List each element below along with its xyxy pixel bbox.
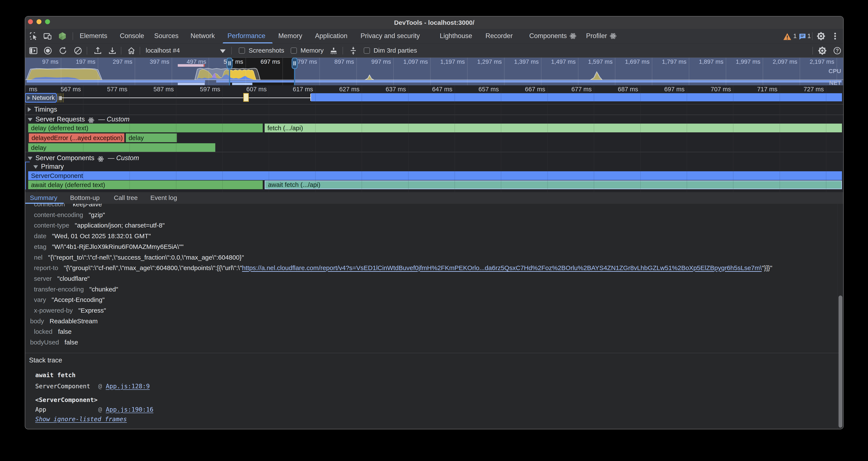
tab-memory[interactable]: Memory (278, 29, 302, 44)
tab-profiler[interactable]: Profiler (586, 29, 617, 44)
record-icon[interactable] (43, 47, 52, 55)
reload-and-record-icon[interactable] (59, 47, 67, 55)
stack-frame-row: <ServerComponent> (35, 396, 98, 404)
property-value: "{\"report_to\":\"cf-nel\",\"success_fra… (48, 254, 244, 261)
property-key: body (30, 318, 44, 324)
tab-performance[interactable]: Performance (227, 29, 265, 44)
tab-sources[interactable]: Sources (154, 29, 179, 44)
tab-console[interactable]: Console (120, 29, 144, 44)
memory-label[interactable]: Memory (301, 44, 323, 57)
tab-components[interactable]: Components (529, 29, 577, 44)
track-server-requests-header[interactable]: Server Requests — Custom (28, 115, 129, 123)
property-value: "Express" (79, 307, 106, 314)
home-icon[interactable] (127, 47, 135, 55)
summary-property-row: connection"keep-alive" (34, 204, 104, 208)
tab-recorder[interactable]: Recorder (486, 29, 513, 44)
load-profile-icon[interactable] (94, 47, 102, 55)
flame-event-bar[interactable]: await delay (deferred text) (28, 180, 263, 189)
flame-event-bar[interactable]: fetch (.../api) (265, 123, 842, 132)
flame-event-bar[interactable]: delayedError (...ayed exception) (29, 134, 125, 142)
network-request-bar[interactable] (311, 93, 842, 102)
tab-elements[interactable]: Elements (80, 29, 107, 44)
stack-frame-at: @ (98, 406, 102, 413)
dim-3rd-parties-label[interactable]: Dim 3rd parties (374, 44, 417, 57)
time-gridline-overlay (733, 85, 734, 192)
clear-icon[interactable] (74, 47, 82, 55)
memory-checkbox[interactable] (291, 48, 297, 54)
more-options-kebab-icon[interactable] (831, 32, 839, 40)
property-value: "application/json; charset=utf-8" (75, 222, 165, 229)
nodejs-icon[interactable] (58, 32, 67, 40)
inspect-element-icon[interactable] (29, 32, 38, 40)
settings-gear-icon[interactable] (817, 32, 825, 40)
tab-privacy-and-security[interactable]: Privacy and security (361, 29, 420, 44)
group-primary-header[interactable]: Primary (33, 163, 64, 171)
property-value-suffix: "}]}" (762, 264, 772, 271)
stack-frame-source-link[interactable]: App.js:128:9 (106, 383, 150, 390)
track-origin-note: — Custom (108, 154, 139, 162)
show-ignore-listed-frames-link[interactable]: Show ignore-listed frames (35, 416, 127, 423)
flame-event-bar[interactable]: delay (126, 134, 177, 142)
summary-property-row: date"Wed, 01 Oct 2025 18:32:01 GMT" (34, 232, 151, 240)
stack-frame-source-link[interactable]: App.js:190:16 (106, 406, 153, 413)
react-devtools-icon (610, 32, 617, 39)
property-key: locked (34, 328, 53, 335)
save-profile-icon[interactable] (108, 47, 117, 55)
overview-tick-label: 1,897 ms (699, 58, 723, 65)
overview-chart: 97 ms197 ms297 ms397 ms497 ms597 ms697 m… (25, 58, 844, 85)
ruler-tick-label: 687 ms (587, 86, 638, 93)
device-toolbar-icon[interactable] (43, 32, 52, 40)
toolbar-divider-5 (343, 47, 343, 55)
collapse-triangle-icon[interactable] (27, 96, 30, 100)
capture-settings-gear-icon[interactable] (818, 47, 827, 55)
overview-tick-label: 1,197 ms (440, 58, 465, 65)
track-server-components-label: Server Components (35, 154, 94, 162)
issues-message-icon[interactable] (798, 32, 807, 41)
flame-event-bar[interactable]: delay (28, 143, 215, 152)
overview-tick-label: 2,097 ms (773, 58, 797, 65)
network-request-queued-chip[interactable] (243, 93, 249, 102)
toggle-sidebar-icon[interactable] (29, 47, 38, 55)
property-value-link[interactable]: https://a.nel.cloudflare.com/report/v4?s… (242, 264, 762, 271)
ruler-tick-label: 627 ms (308, 86, 360, 93)
tab-label: Recorder (486, 32, 513, 39)
tabbar-right-divider (812, 32, 812, 40)
scrollbar-thumb[interactable] (839, 295, 842, 428)
time-gridline-overlay (362, 85, 362, 192)
history-dropdown-caret[interactable] (220, 49, 225, 53)
dim-3rd-parties-checkbox[interactable] (364, 48, 370, 54)
details-tab-event-log[interactable]: Event log (150, 192, 177, 204)
flame-event-bar[interactable]: delay (deferred text) (28, 123, 263, 132)
details-tab-call-tree[interactable]: Call tree (114, 192, 138, 204)
time-gridline-overlay (501, 85, 501, 192)
details-tab-bottom-up[interactable]: Bottom-up (70, 192, 99, 204)
warning-icon[interactable] (783, 32, 792, 41)
property-value: "W/\"4b1-RjEJloX9kRinu6F0MAZMmy6E5iA\"" (52, 243, 183, 250)
summary-property-row: vary"Accept-Encoding" (34, 295, 105, 304)
timeline-overview[interactable]: 97 ms197 ms297 ms397 ms497 ms597 ms697 m… (25, 58, 843, 85)
window-title: DevTools - localhost:3000/ (25, 17, 843, 29)
property-value: "keep-alive" (70, 204, 104, 208)
help-icon[interactable]: ? (833, 47, 841, 55)
overview-tick-label: 97 ms (42, 58, 59, 65)
collapse-rows-icon[interactable] (349, 47, 358, 55)
time-gridline-overlay (315, 85, 316, 192)
flame-event-label: await delay (deferred text) (31, 181, 105, 189)
details-tab-summary[interactable]: Summary (30, 192, 57, 204)
screenshots-label[interactable]: Screenshots (249, 44, 284, 57)
collect-garbage-icon[interactable] (329, 47, 338, 55)
tab-network[interactable]: Network (190, 29, 215, 44)
tab-label: Profiler (586, 32, 607, 39)
tab-label: Elements (80, 32, 107, 39)
track-timings-header[interactable]: Timings (28, 105, 57, 114)
screenshots-checkbox[interactable] (239, 48, 245, 54)
net-lane-label: NET (829, 80, 841, 85)
track-network-header[interactable]: Network (25, 93, 57, 103)
summary-property-row: report-to"{\"group\":\"cf-nel\",\"max_ag… (34, 264, 772, 272)
flame-event-bar[interactable]: ServerComponent (28, 171, 842, 180)
tab-lighthouse[interactable]: Lighthouse (440, 29, 472, 44)
property-key: transfer-encoding (34, 286, 84, 293)
history-select[interactable]: localhost #4 (146, 44, 180, 57)
flame-event-bar[interactable]: await fetch (.../api) (265, 180, 842, 189)
tab-application[interactable]: Application (315, 29, 347, 44)
